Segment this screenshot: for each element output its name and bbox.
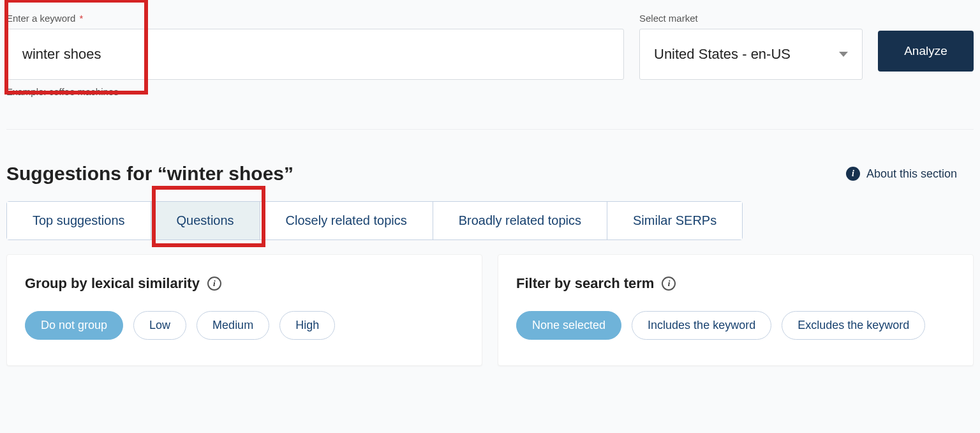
section-title: Suggestions for “winter shoes” <box>6 163 293 185</box>
market-selected-value: United States - en-US <box>654 46 791 63</box>
chip-excludes-keyword[interactable]: Excludes the keyword <box>782 311 925 340</box>
filter-card-title: Filter by search term <box>516 275 654 292</box>
tab-closely-related[interactable]: Closely related topics <box>260 202 433 239</box>
about-section-link[interactable]: i About this section <box>846 167 957 181</box>
tab-broadly-related[interactable]: Broadly related topics <box>433 202 607 239</box>
analyze-button[interactable]: Analyze <box>878 31 974 72</box>
chip-medium[interactable]: Medium <box>197 311 269 340</box>
chip-none-selected[interactable]: None selected <box>516 311 621 340</box>
group-card-title: Group by lexical similarity <box>25 275 200 292</box>
chip-low[interactable]: Low <box>133 311 186 340</box>
filter-cards-row: Group by lexical similarity i Do not gro… <box>6 254 974 366</box>
keyword-example-text: Example: coffee machines <box>6 86 624 97</box>
market-field-wrap: Select market United States - en-US <box>639 13 863 80</box>
section-header: Suggestions for “winter shoes” i About t… <box>6 163 974 185</box>
filter-card-title-row: Filter by search term i <box>516 275 955 292</box>
info-icon: i <box>846 167 860 181</box>
search-form: Enter a keyword * Example: coffee machin… <box>6 13 974 110</box>
tab-questions[interactable]: Questions <box>151 202 260 239</box>
tab-top-suggestions[interactable]: Top suggestions <box>7 202 151 239</box>
analyze-wrap: Analyze <box>878 13 974 72</box>
group-card-title-row: Group by lexical similarity i <box>25 275 464 292</box>
chip-includes-keyword[interactable]: Includes the keyword <box>632 311 771 340</box>
info-outline-icon[interactable]: i <box>207 277 221 291</box>
keyword-input[interactable] <box>6 29 624 80</box>
group-chip-row: Do not group Low Medium High <box>25 311 464 340</box>
required-asterisk: * <box>80 13 84 24</box>
keyword-label-text: Enter a keyword <box>6 13 75 24</box>
tabs-container: Top suggestions Questions Closely relate… <box>6 201 974 240</box>
filter-chip-row: None selected Includes the keyword Exclu… <box>516 311 955 340</box>
chip-do-not-group[interactable]: Do not group <box>25 311 123 340</box>
tab-similar-serps[interactable]: Similar SERPs <box>607 202 742 239</box>
keyword-label: Enter a keyword * <box>6 13 624 24</box>
info-outline-icon[interactable]: i <box>662 277 676 291</box>
keyword-field-wrap: Enter a keyword * Example: coffee machin… <box>6 13 624 97</box>
divider <box>6 129 974 130</box>
group-card: Group by lexical similarity i Do not gro… <box>6 254 482 366</box>
market-select[interactable]: United States - en-US <box>639 29 863 80</box>
tabs: Top suggestions Questions Closely relate… <box>6 201 743 240</box>
filter-card: Filter by search term i None selected In… <box>498 254 974 366</box>
market-label: Select market <box>639 13 863 24</box>
chip-high[interactable]: High <box>279 311 335 340</box>
about-section-label: About this section <box>866 167 957 181</box>
chevron-down-icon <box>839 52 848 57</box>
